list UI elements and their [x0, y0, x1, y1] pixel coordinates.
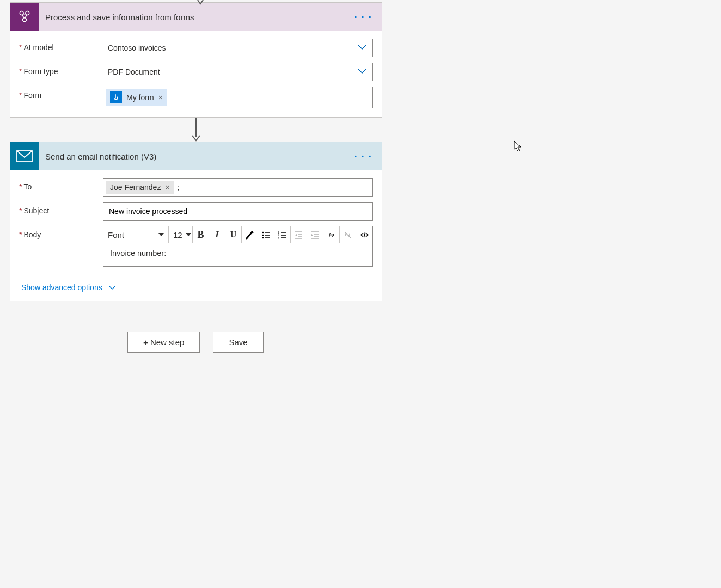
font-family-select[interactable]: Font: [103, 226, 169, 243]
card-menu-button[interactable]: · · ·: [349, 11, 377, 23]
label-subject: *Subject: [19, 202, 103, 215]
svg-point-0: [20, 11, 23, 15]
svg-text:3: 3: [278, 236, 279, 240]
underline-button[interactable]: U: [225, 226, 242, 243]
caret-down-icon: [186, 233, 191, 236]
show-advanced-options[interactable]: Show advanced options: [21, 283, 117, 292]
new-step-button[interactable]: + New step: [127, 332, 200, 353]
body-textarea[interactable]: Invoice number:: [103, 243, 372, 266]
svg-point-11: [262, 237, 264, 238]
form-type-value: PDF Document: [108, 68, 160, 76]
ai-builder-icon: [10, 3, 39, 31]
svg-line-4: [22, 15, 25, 18]
form-input[interactable]: My form ×: [103, 87, 373, 108]
italic-button[interactable]: I: [209, 226, 225, 243]
bold-button[interactable]: B: [193, 226, 209, 243]
mouse-cursor-icon: [514, 140, 522, 152]
form-token-chip[interactable]: My form ×: [106, 89, 167, 106]
label-form: *Form: [19, 87, 103, 100]
font-color-button[interactable]: [242, 226, 258, 243]
label-to: *To: [19, 178, 103, 191]
svg-point-2: [23, 18, 27, 22]
font-size-select[interactable]: 12: [169, 226, 193, 243]
chevron-down-icon: [357, 68, 367, 76]
recipient-chip[interactable]: Joe Fernandez ×: [106, 181, 174, 194]
chevron-down-icon: [357, 44, 367, 52]
svg-point-6: [115, 94, 116, 95]
numbered-list-button[interactable]: 123: [274, 226, 291, 243]
card-ai-form: Process and save information from forms …: [10, 2, 382, 118]
caret-down-icon: [158, 233, 164, 236]
connector-arrow: [10, 118, 382, 142]
email-icon: [10, 142, 39, 170]
card-email-header[interactable]: Send an email notification (V3) · · ·: [10, 142, 382, 170]
svg-line-5: [25, 15, 27, 18]
svg-point-10: [262, 234, 264, 236]
editor-toolbar: Font 12 B I U: [103, 226, 372, 243]
ai-model-value: Contoso invoices: [108, 44, 166, 52]
connector-arrowhead-top: [197, 0, 204, 3]
ai-model-select[interactable]: Contoso invoices: [103, 39, 373, 57]
indent-button[interactable]: [307, 226, 323, 243]
label-form-type: *Form type: [19, 63, 103, 76]
rich-text-editor: Font 12 B I U: [103, 226, 373, 267]
card-email: Send an email notification (V3) · · · *T…: [10, 142, 382, 301]
svg-point-1: [26, 11, 29, 15]
outdent-button[interactable]: [291, 226, 307, 243]
hand-touch-icon: [110, 91, 122, 103]
unlink-button[interactable]: [340, 226, 356, 243]
recipient-chip-label: Joe Fernandez: [110, 183, 161, 192]
to-input[interactable]: Joe Fernandez × ;: [103, 178, 373, 197]
form-chip-label: My form: [126, 93, 154, 102]
remove-chip-button[interactable]: ×: [165, 183, 169, 192]
card-ai-header[interactable]: Process and save information from forms …: [10, 3, 382, 31]
svg-line-31: [364, 232, 365, 237]
card-menu-button[interactable]: · · ·: [349, 150, 377, 163]
card-email-title: Send an email notification (V3): [45, 152, 342, 161]
chevron-down-icon: [108, 283, 117, 292]
subject-input[interactable]: [103, 202, 373, 220]
code-view-button[interactable]: [356, 226, 372, 243]
label-body: *Body: [19, 226, 103, 239]
card-ai-title: Process and save information from forms: [45, 13, 342, 22]
form-type-select[interactable]: PDF Document: [103, 63, 373, 81]
remove-chip-button[interactable]: ×: [158, 93, 163, 102]
save-button[interactable]: Save: [213, 332, 263, 353]
link-button[interactable]: [323, 226, 340, 243]
recipient-separator: ;: [178, 183, 180, 192]
svg-point-9: [262, 231, 264, 233]
label-ai-model: *AI model: [19, 39, 103, 52]
bulleted-list-button[interactable]: [258, 226, 274, 243]
footer-actions: + New step Save: [127, 332, 382, 353]
